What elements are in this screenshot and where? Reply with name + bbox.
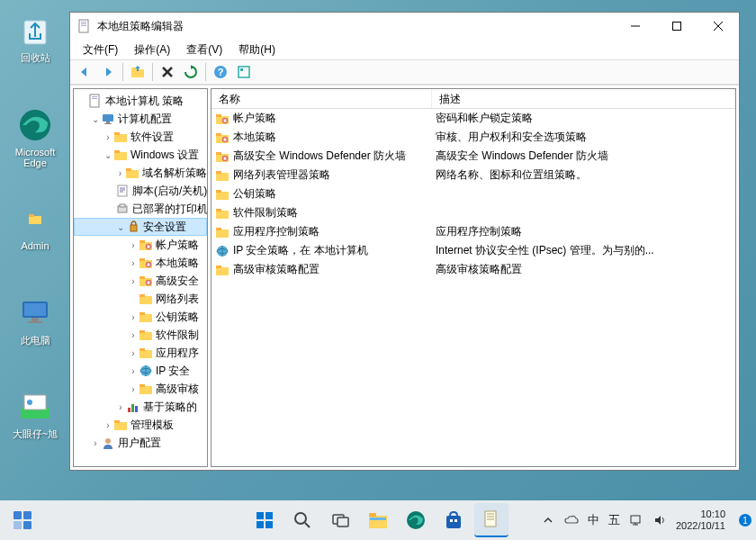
toolbar-separator xyxy=(122,63,123,81)
tree-item[interactable]: 本地计算机 策略 xyxy=(74,92,207,110)
tree-item[interactable]: 脚本(启动/关机) xyxy=(74,182,207,200)
list-pane[interactable]: 名称 描述 帐户策略密码和帐户锁定策略本地策略审核、用户权利和安全选项策略高级安… xyxy=(211,88,736,467)
desktop-icon-pc[interactable]: 此电脑 xyxy=(4,293,67,347)
tree-item[interactable]: ⌄Windows 设置 xyxy=(74,146,207,164)
expander-icon[interactable]: › xyxy=(128,240,139,250)
tree-pane[interactable]: 本地计算机 策略⌄计算机配置›软件设置⌄Windows 设置›域名解析策略脚本(… xyxy=(73,88,208,467)
svg-rect-101 xyxy=(216,230,229,238)
export-button[interactable] xyxy=(233,61,255,83)
notification-icon[interactable]: 1 xyxy=(738,513,752,527)
tree-item[interactable]: ›基于策略的 xyxy=(74,398,207,416)
minimize-button[interactable] xyxy=(615,13,656,40)
svg-rect-62 xyxy=(140,294,145,297)
tree-item[interactable]: ›帐户策略 xyxy=(74,236,207,254)
menu-file[interactable]: 文件(F) xyxy=(76,40,125,59)
maximize-button[interactable] xyxy=(656,13,698,40)
tree-item[interactable]: ›软件限制 xyxy=(74,326,207,344)
desktop-icon-recycle[interactable]: 回收站 xyxy=(4,11,67,65)
search-button[interactable] xyxy=(285,503,320,537)
ime-mode[interactable]: 中 xyxy=(588,512,599,528)
help-button[interactable]: ? xyxy=(210,61,231,83)
list-row[interactable]: 公钥策略 xyxy=(212,184,735,203)
expander-icon[interactable]: › xyxy=(128,258,139,268)
list-row[interactable]: 应用程序控制策略应用程序控制策略 xyxy=(212,222,735,241)
expander-icon[interactable]: › xyxy=(128,348,139,358)
expander-icon[interactable]: › xyxy=(128,330,139,340)
tree-item[interactable]: ›软件设置 xyxy=(74,128,207,146)
menu-view[interactable]: 查看(V) xyxy=(179,40,230,59)
refresh-button[interactable] xyxy=(180,61,202,83)
desktop-icon-app[interactable]: 大眼仔~旭 xyxy=(4,387,67,441)
forward-button[interactable] xyxy=(97,61,119,83)
list-row[interactable]: 高级安全 Windows Defender 防火墙高级安全 Windows De… xyxy=(212,147,735,166)
expander-icon[interactable]: › xyxy=(128,384,139,394)
edge-button[interactable] xyxy=(399,503,433,537)
titlebar[interactable]: 本地组策略编辑器 xyxy=(70,13,739,40)
expander-icon[interactable]: › xyxy=(115,402,126,412)
column-name[interactable]: 名称 xyxy=(212,89,432,108)
tree-item[interactable]: ›应用程序 xyxy=(74,344,207,362)
gpedit-taskbar-button[interactable] xyxy=(474,503,508,537)
svg-rect-72 xyxy=(140,386,152,394)
list-row[interactable]: 帐户策略密码和帐户锁定策略 xyxy=(212,109,735,128)
onedrive-icon[interactable] xyxy=(564,513,579,527)
tree-item[interactable]: 网络列表 xyxy=(74,290,207,308)
list-row[interactable]: IP 安全策略，在 本地计算机Internet 协议安全性 (IPsec) 管理… xyxy=(212,241,735,260)
chevron-up-icon[interactable] xyxy=(541,513,555,527)
explorer-button[interactable] xyxy=(361,503,395,537)
menu-help[interactable]: 帮助(H) xyxy=(231,40,283,59)
svg-rect-119 xyxy=(338,518,348,526)
svg-rect-106 xyxy=(216,267,229,275)
folder-icon xyxy=(215,263,230,277)
tree-item[interactable]: ›本地策略 xyxy=(74,254,207,272)
tree-item[interactable]: ›用户配置 xyxy=(74,434,207,452)
desktop-icon-edge[interactable]: Microsoft Edge xyxy=(4,106,67,168)
tree-item[interactable]: ⌄计算机配置 xyxy=(74,110,207,128)
tree-item[interactable]: ›域名解析策略 xyxy=(74,164,207,182)
folderl-icon xyxy=(139,256,153,270)
svg-rect-94 xyxy=(224,158,226,159)
list-header[interactable]: 名称 描述 xyxy=(212,89,735,109)
toolbar-separator xyxy=(152,63,153,81)
expander-icon[interactable]: › xyxy=(115,168,125,178)
expander-icon[interactable]: › xyxy=(128,276,139,286)
taskview-button[interactable] xyxy=(323,503,357,537)
list-row[interactable]: 软件限制策略 xyxy=(212,203,735,222)
folder-icon xyxy=(215,168,230,183)
list-row[interactable]: 网络列表管理器策略网络名称、图标和位置组策略。 xyxy=(212,166,735,184)
tree-item[interactable]: ›高级审核 xyxy=(74,380,207,398)
tree-item[interactable]: 已部署的打印机 xyxy=(74,200,207,218)
svg-rect-7 xyxy=(28,321,42,323)
close-button[interactable] xyxy=(698,13,739,40)
svg-line-117 xyxy=(305,523,310,527)
column-desc[interactable]: 描述 xyxy=(432,89,735,108)
tree-item[interactable]: ›管理模板 xyxy=(74,416,207,434)
expander-icon[interactable]: ⌄ xyxy=(115,222,126,232)
expander-icon[interactable]: ⌄ xyxy=(90,114,101,124)
menu-action[interactable]: 操作(A) xyxy=(127,40,177,59)
expander-icon[interactable]: › xyxy=(128,366,139,376)
up-button[interactable] xyxy=(127,61,148,83)
tree-item[interactable]: ›公钥策略 xyxy=(74,308,207,326)
desktop-icon-folder[interactable]: Admin xyxy=(4,200,67,251)
tree-item[interactable]: ›IP 安全 xyxy=(74,362,207,380)
start-button[interactable] xyxy=(248,503,282,537)
list-row[interactable]: 本地策略审核、用户权利和安全选项策略 xyxy=(212,128,735,147)
list-row[interactable]: 高级审核策略配置高级审核策略配置 xyxy=(212,260,735,279)
clock[interactable]: 10:10 2022/10/11 xyxy=(676,508,729,532)
ime-method[interactable]: 五 xyxy=(608,512,620,528)
expander-icon[interactable]: › xyxy=(128,312,139,322)
delete-button[interactable] xyxy=(157,61,178,83)
back-button[interactable] xyxy=(74,61,95,83)
widgets-button[interactable] xyxy=(5,503,40,537)
expander-icon[interactable]: › xyxy=(103,132,113,142)
expander-icon[interactable]: › xyxy=(103,420,113,430)
tree-item-label: 基于策略的 xyxy=(143,400,197,415)
expander-icon[interactable]: › xyxy=(90,438,101,448)
volume-icon[interactable] xyxy=(652,513,667,527)
expander-icon[interactable]: ⌄ xyxy=(103,150,113,160)
store-button[interactable] xyxy=(436,503,471,537)
tree-item[interactable]: ⌄安全设置 xyxy=(74,218,207,236)
tree-item[interactable]: ›高级安全 xyxy=(74,272,207,290)
network-icon[interactable] xyxy=(629,513,644,527)
